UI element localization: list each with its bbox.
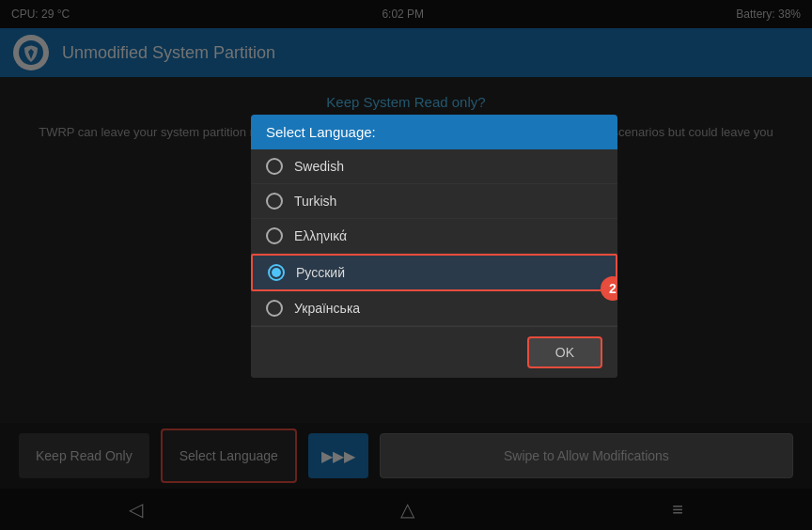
language-list[interactable]: Swedish Turkish Ελληνικά Русский 2 Украї… (251, 149, 617, 326)
lang-label-greek: Ελληνικά (294, 228, 347, 243)
lang-label-turkish: Turkish (294, 194, 336, 209)
lang-label-swedish: Swedish (294, 159, 344, 174)
list-item-turkish[interactable]: Turkish (251, 184, 617, 219)
lang-label-russian: Русский (296, 265, 345, 280)
dialog-header: Select Language: (251, 115, 617, 149)
radio-russian[interactable] (268, 264, 285, 281)
dialog-footer: OK (251, 326, 617, 378)
radio-swedish[interactable] (266, 158, 283, 175)
radio-ukrainian[interactable] (266, 300, 283, 317)
lang-label-ukrainian: Українська (294, 301, 360, 316)
ok-button[interactable]: OK (527, 336, 602, 368)
list-item-russian[interactable]: Русский 2 (251, 254, 617, 291)
list-item-ukrainian[interactable]: Українська (251, 291, 617, 326)
dialog-overlay: Select Language: Swedish Turkish Ελληνικ… (0, 0, 812, 530)
radio-greek[interactable] (266, 227, 283, 244)
language-dialog: Select Language: Swedish Turkish Ελληνικ… (251, 115, 617, 378)
list-item-swedish[interactable]: Swedish (251, 149, 617, 184)
list-item-greek[interactable]: Ελληνικά (251, 219, 617, 254)
radio-turkish[interactable] (266, 193, 283, 210)
